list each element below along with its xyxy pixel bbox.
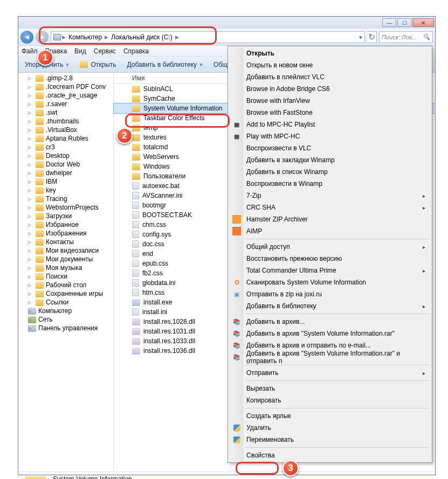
tree-item[interactable]: ▷cr3 <box>18 143 113 151</box>
ctx-add-to-library[interactable]: Добавить в библиотеку <box>229 300 431 312</box>
refresh-button[interactable]: ↻ <box>367 31 377 43</box>
winrar-icon: 📚 <box>232 317 241 326</box>
address-bar[interactable]: ▶ Компьютер ▶ Локальный диск (C:) ▶ ▾ <box>51 31 365 43</box>
ctx-properties[interactable]: Свойства <box>229 449 431 461</box>
forward-button[interactable]: ► <box>36 31 49 44</box>
dll-icon <box>132 338 140 345</box>
folder-icon <box>36 144 44 151</box>
ctx-adobe-bridge[interactable]: Browse in Adobe Bridge CS6 <box>229 83 431 95</box>
tree-item[interactable]: ▷.gimp-2.8 <box>18 74 113 82</box>
tree-item-computer[interactable]: ▷Компьютер <box>18 307 113 315</box>
file-icon <box>132 240 139 248</box>
folder-icon <box>36 265 44 272</box>
ctx-winamp-play[interactable]: Воспроизвести в Winamp <box>229 178 431 190</box>
tree-item[interactable]: ▷key <box>18 186 113 195</box>
tree-item[interactable]: ▷Моя музыка <box>18 263 113 272</box>
ctx-delete[interactable]: Удалить <box>229 422 431 434</box>
folder-icon <box>36 152 44 159</box>
tree-item[interactable]: ▷Поиски <box>18 272 113 281</box>
tree-item[interactable]: ▷Сохраненные игры <box>18 289 113 298</box>
folder-open-icon <box>80 61 88 68</box>
folder-icon <box>132 163 140 170</box>
separator <box>245 408 430 408</box>
ctx-vlc-play[interactable]: Воспроизвести в VLC <box>229 142 431 154</box>
folder-icon <box>36 135 44 142</box>
tree-item[interactable]: ▷.r.saver <box>18 100 113 108</box>
ctx-total-commander[interactable]: Total Commander Ultima Prime <box>229 265 431 276</box>
tree-item-network[interactable]: ▷Сеть <box>18 315 113 324</box>
ctx-rar-named-email[interactable]: 📚Добавить в архив "System Volume Informa… <box>229 351 431 363</box>
callout-badge-3: 3 <box>282 460 299 476</box>
ctx-cut[interactable]: Вырезать <box>229 383 431 394</box>
tree-item[interactable]: ▷Избранное <box>18 220 113 229</box>
tree-item[interactable]: ▷dwhelper <box>18 169 113 177</box>
breadcrumb-drive-c[interactable]: Локальный диск (C:) <box>109 33 174 41</box>
ctx-winamp-bookmark[interactable]: Добавить в закладки Winamp <box>229 154 431 166</box>
back-button[interactable]: ◄ <box>20 31 33 44</box>
tree-item[interactable]: ▷Ссылки <box>18 298 113 307</box>
tree-item[interactable]: ▷.Icecream PDF Conv <box>18 82 113 91</box>
file-icon <box>132 250 139 258</box>
tree-item[interactable]: ▷Мои видеозаписи <box>18 246 113 255</box>
ctx-rename[interactable]: Переименовать <box>229 434 431 446</box>
tree-item[interactable]: ▷Изображения <box>18 229 113 238</box>
tree-item[interactable]: ▷.thumbnails <box>18 117 113 126</box>
tree-item[interactable]: ▷WebstormProjects <box>18 203 113 212</box>
folder-icon <box>36 204 44 211</box>
ctx-hamster-zip[interactable]: Hamster ZIP Archiver <box>229 213 431 225</box>
tree-item[interactable]: ▷Мои документы <box>18 255 113 263</box>
nav-tree[interactable]: ▷.gimp-2.8▷.Icecream PDF Conv▷.oracle_jr… <box>18 73 114 471</box>
tree-item[interactable]: ▷Tracing <box>18 195 113 203</box>
tree-item[interactable]: ▷Aptana Rubles <box>18 134 113 143</box>
avast-icon: ✪ <box>232 278 241 287</box>
tree-item[interactable]: ▷.oracle_jre_usage <box>18 91 113 100</box>
add-to-library-button[interactable]: Добавить в библиотеку ▾ <box>124 59 206 70</box>
ctx-rar-add-named[interactable]: 📚Добавить в архив "System Volume Informa… <box>229 328 431 339</box>
folder-icon <box>25 476 46 480</box>
tree-item[interactable]: ▷Загрузки <box>18 212 113 220</box>
ctx-7zip[interactable]: 7-Zip <box>229 190 431 202</box>
tree-item-cp[interactable]: ▷Панель управления <box>18 324 113 332</box>
tree-item[interactable]: ▷.VirtualBox <box>18 126 113 134</box>
chevron-down-icon[interactable]: ▾ <box>359 33 362 41</box>
ctx-aimp[interactable]: AIMP <box>229 225 431 237</box>
ctx-mpc-add[interactable]: ▦Add to MPC-HC Playlist <box>229 119 431 130</box>
ctx-restore-previous[interactable]: Восстановить прежнюю версию <box>229 253 431 265</box>
search-input[interactable]: Поиск: Лок... 🔍 <box>379 31 433 43</box>
ctx-vlc-add[interactable]: Добавить в плейлист VLC <box>229 71 431 83</box>
ctx-copy[interactable]: Копировать <box>229 394 431 406</box>
ctx-crc-sha[interactable]: CRC SHA <box>229 202 431 213</box>
ctx-joxi[interactable]: ▣Отправить в zip на joxi.ru <box>229 288 431 300</box>
ctx-send-to[interactable]: Отправить <box>229 367 431 379</box>
menu-tools[interactable]: Сервис <box>94 47 116 55</box>
tree-item[interactable]: ▷.swt <box>18 108 113 117</box>
menu-view[interactable]: Вид <box>74 47 86 55</box>
tree-item[interactable]: ▷Doctor Web <box>18 160 113 169</box>
hamster-icon <box>232 215 241 224</box>
ctx-faststone[interactable]: Browse with FastStone <box>229 107 431 119</box>
folder-icon <box>132 154 140 161</box>
folder-icon <box>36 84 44 91</box>
ctx-winamp-list[interactable]: Добавить в список Winamp <box>229 166 431 178</box>
ctx-avast-scan[interactable]: ✪Сканировать System Volume Information <box>229 276 431 288</box>
tree-item[interactable]: ▷Рабочий стол <box>18 281 113 289</box>
ctx-mpc-play[interactable]: ▦Play with MPC-HC <box>229 130 431 142</box>
open-button[interactable]: Открыть <box>77 59 119 70</box>
ctx-rar-add[interactable]: 📚Добавить в архив... <box>229 316 431 328</box>
ctx-open-new-window[interactable]: Открыть в новом окне <box>229 59 431 71</box>
ctx-irfanview[interactable]: Browse with IrfanView <box>229 95 431 107</box>
ctx-share[interactable]: Общий доступ <box>229 241 431 253</box>
tree-item[interactable]: ▷Desktop <box>18 151 113 160</box>
ctx-open[interactable]: Открыть <box>229 47 431 59</box>
shield-icon <box>232 435 241 444</box>
maximize-button[interactable]: ☐ <box>397 18 411 27</box>
minimize-button[interactable]: — <box>382 18 396 27</box>
close-button[interactable]: ✕ <box>412 18 434 27</box>
menu-help[interactable]: Справка <box>123 47 149 55</box>
menu-file[interactable]: Файл <box>22 47 38 55</box>
tree-item[interactable]: ▷IBM <box>18 177 113 186</box>
breadcrumb-computer[interactable]: Компьютер <box>67 33 104 41</box>
ctx-create-shortcut[interactable]: Создать ярлык <box>229 410 431 422</box>
folder-icon <box>36 187 44 194</box>
tree-item[interactable]: ▷Контакты <box>18 238 113 246</box>
